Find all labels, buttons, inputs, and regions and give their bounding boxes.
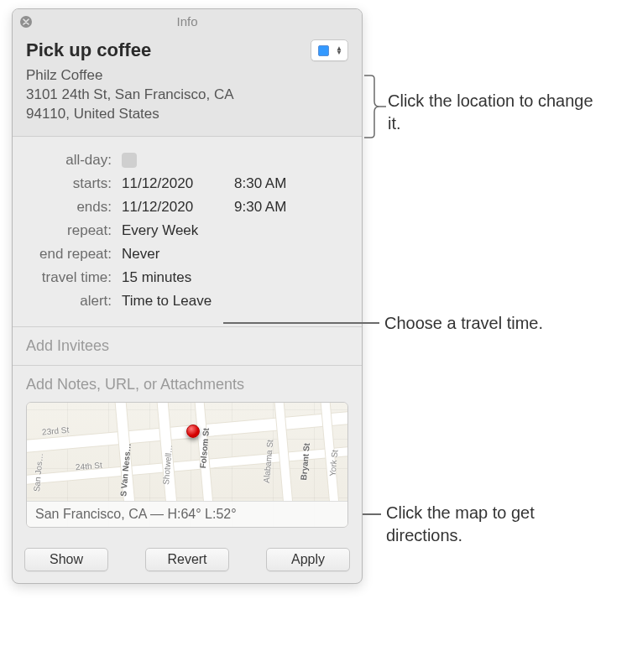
label-all-day: all-day:: [26, 152, 122, 169]
titlebar: Info: [13, 9, 362, 34]
repeat-value[interactable]: Every Week: [122, 222, 348, 239]
label-repeat: repeat:: [26, 222, 122, 239]
chevron-updown-icon: ▲▼: [336, 46, 342, 55]
row-repeat: repeat: Every Week: [26, 219, 348, 242]
row-end-repeat: end repeat: Never: [26, 242, 348, 266]
ends-date[interactable]: 11/12/2020: [122, 199, 222, 216]
event-info-panel: Info Pick up coffee ▲▼ Philz Coffee 3101…: [12, 8, 363, 584]
event-title[interactable]: Pick up coffee: [26, 39, 151, 61]
location-address-line1: 3101 24th St, San Francisco, CA: [26, 86, 348, 105]
calendar-color-swatch: [318, 45, 329, 56]
row-starts: starts: 11/12/2020 8:30 AM: [26, 172, 348, 195]
starts-date[interactable]: 11/12/2020: [122, 175, 222, 192]
callout-location: Click the location to change it.: [388, 90, 606, 135]
map-weather-line: San Francisco, CA — H:64° L:52°: [27, 501, 347, 527]
label-alert: alert:: [26, 293, 122, 310]
show-button[interactable]: Show: [24, 548, 108, 571]
row-ends: ends: 11/12/2020 9:30 AM: [26, 195, 348, 219]
revert-button[interactable]: Revert: [145, 548, 229, 571]
window-title: Info: [176, 14, 197, 29]
event-location[interactable]: Philz Coffee 3101 24th St, San Francisco…: [26, 66, 348, 124]
callout-map: Click the map to get directions.: [386, 502, 596, 547]
notes-section: Add Notes, URL, or Attachments 23rd St 2…: [13, 366, 362, 539]
location-name: Philz Coffee: [26, 66, 348, 86]
add-invitees-field[interactable]: Add Invitees: [13, 327, 362, 366]
end-repeat-value[interactable]: Never: [122, 246, 348, 263]
close-icon: [23, 18, 29, 25]
travel-time-value[interactable]: 15 minutes: [122, 269, 348, 286]
close-button[interactable]: [20, 16, 32, 28]
add-notes-field[interactable]: Add Notes, URL, or Attachments: [26, 376, 348, 393]
event-header: Pick up coffee ▲▼ Philz Coffee 3101 24th…: [13, 34, 362, 137]
row-travel-time: travel time: 15 minutes: [26, 266, 348, 289]
starts-time[interactable]: 8:30 AM: [222, 175, 348, 192]
event-details: all-day: starts: 11/12/2020 8:30 AM ends…: [13, 137, 362, 327]
map-pin-icon: [186, 425, 200, 438]
map-preview[interactable]: 23rd St 24th St S Van Ness… Shotwell… Fo…: [26, 402, 348, 528]
callout-line-travel: [223, 322, 379, 324]
row-all-day: all-day:: [26, 148, 348, 172]
callout-bracket-location: [363, 74, 388, 143]
calendar-picker[interactable]: ▲▼: [311, 39, 348, 61]
callout-travel: Choose a travel time.: [384, 312, 628, 335]
apply-button[interactable]: Apply: [266, 548, 350, 571]
row-alert: alert: Time to Leave: [26, 289, 348, 313]
all-day-checkbox[interactable]: [122, 153, 137, 168]
label-starts: starts:: [26, 175, 122, 192]
button-bar: Show Revert Apply: [13, 539, 362, 583]
label-ends: ends:: [26, 199, 122, 216]
alert-value[interactable]: Time to Leave: [122, 293, 348, 310]
label-travel-time: travel time:: [26, 269, 122, 286]
ends-time[interactable]: 9:30 AM: [222, 199, 348, 216]
location-address-line2: 94110, United States: [26, 105, 348, 124]
callout-line-map: [363, 513, 381, 515]
label-end-repeat: end repeat:: [26, 246, 122, 263]
